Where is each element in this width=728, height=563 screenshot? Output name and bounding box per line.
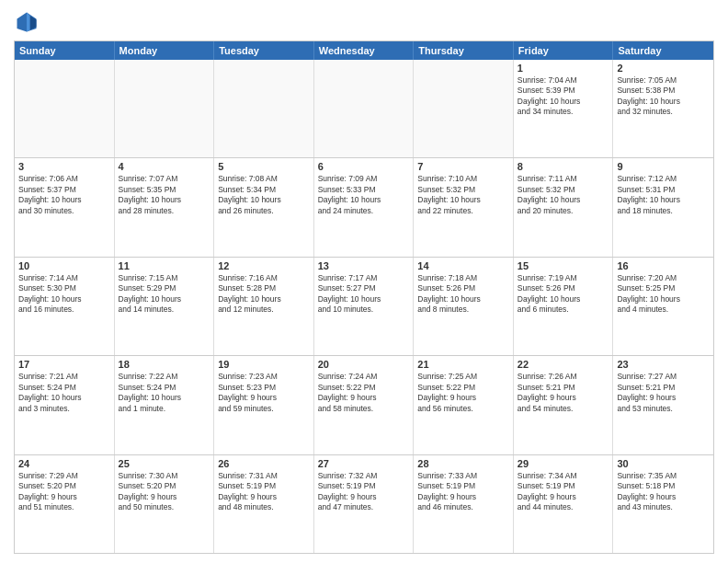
day-number: 25 <box>119 458 210 469</box>
day-number: 13 <box>318 260 410 271</box>
day-number: 10 <box>18 260 110 271</box>
day-info: Sunrise: 7:12 AM Sunset: 5:31 PM Dayligh… <box>617 174 710 216</box>
day-number: 14 <box>417 260 509 271</box>
weekday-header-monday: Monday <box>115 41 215 60</box>
day-number: 29 <box>518 458 609 469</box>
day-number: 22 <box>518 359 609 370</box>
day-info: Sunrise: 7:31 AM Sunset: 5:19 PM Dayligh… <box>218 471 310 513</box>
day-info: Sunrise: 7:35 AM Sunset: 5:18 PM Dayligh… <box>617 471 710 513</box>
calendar-header: SundayMondayTuesdayWednesdayThursdayFrid… <box>15 41 713 60</box>
day-info: Sunrise: 7:18 AM Sunset: 5:26 PM Dayligh… <box>417 273 509 316</box>
day-cell-10: 10Sunrise: 7:14 AM Sunset: 5:30 PM Dayli… <box>15 258 115 355</box>
day-number: 9 <box>617 161 710 172</box>
day-cell-27: 27Sunrise: 7:32 AM Sunset: 5:19 PM Dayli… <box>314 455 415 553</box>
day-cell-24: 24Sunrise: 7:29 AM Sunset: 5:20 PM Dayli… <box>15 455 115 553</box>
day-cell-16: 16Sunrise: 7:20 AM Sunset: 5:25 PM Dayli… <box>613 258 713 355</box>
day-info: Sunrise: 7:16 AM Sunset: 5:28 PM Dayligh… <box>218 273 310 316</box>
day-cell-11: 11Sunrise: 7:15 AM Sunset: 5:29 PM Dayli… <box>115 258 215 355</box>
day-number: 24 <box>18 458 110 469</box>
day-info: Sunrise: 7:29 AM Sunset: 5:20 PM Dayligh… <box>18 471 110 513</box>
day-cell-29: 29Sunrise: 7:34 AM Sunset: 5:19 PM Dayli… <box>514 455 614 553</box>
day-number: 7 <box>417 161 509 172</box>
day-info: Sunrise: 7:04 AM Sunset: 5:39 PM Dayligh… <box>518 75 609 118</box>
week-row-2: 3Sunrise: 7:06 AM Sunset: 5:37 PM Daylig… <box>15 158 713 257</box>
calendar-body: 1Sunrise: 7:04 AM Sunset: 5:39 PM Daylig… <box>15 60 713 553</box>
day-cell-12: 12Sunrise: 7:16 AM Sunset: 5:28 PM Dayli… <box>214 258 314 355</box>
weekday-header-wednesday: Wednesday <box>314 41 415 60</box>
empty-cell <box>115 60 215 157</box>
day-info: Sunrise: 7:26 AM Sunset: 5:21 PM Dayligh… <box>518 372 609 414</box>
day-cell-18: 18Sunrise: 7:22 AM Sunset: 5:24 PM Dayli… <box>115 356 215 454</box>
day-cell-14: 14Sunrise: 7:18 AM Sunset: 5:26 PM Dayli… <box>414 258 514 355</box>
empty-cell <box>214 60 314 157</box>
weekday-header-tuesday: Tuesday <box>214 41 314 60</box>
day-number: 23 <box>617 359 710 370</box>
svg-marker-2 <box>27 13 30 32</box>
day-number: 16 <box>617 260 710 271</box>
day-info: Sunrise: 7:08 AM Sunset: 5:34 PM Dayligh… <box>218 174 310 216</box>
day-number: 15 <box>518 260 609 271</box>
week-row-5: 24Sunrise: 7:29 AM Sunset: 5:20 PM Dayli… <box>15 455 713 553</box>
logo-icon <box>14 9 40 35</box>
day-info: Sunrise: 7:33 AM Sunset: 5:19 PM Dayligh… <box>417 471 509 513</box>
weekday-header-thursday: Thursday <box>414 41 514 60</box>
day-number: 4 <box>119 161 210 172</box>
day-info: Sunrise: 7:10 AM Sunset: 5:32 PM Dayligh… <box>417 174 509 216</box>
day-number: 18 <box>119 359 210 370</box>
empty-cell <box>15 60 115 157</box>
day-number: 27 <box>318 458 410 469</box>
day-cell-13: 13Sunrise: 7:17 AM Sunset: 5:27 PM Dayli… <box>314 258 415 355</box>
week-row-4: 17Sunrise: 7:21 AM Sunset: 5:24 PM Dayli… <box>15 356 713 454</box>
day-info: Sunrise: 7:06 AM Sunset: 5:37 PM Dayligh… <box>18 174 110 216</box>
day-number: 3 <box>18 161 110 172</box>
day-number: 1 <box>518 63 609 74</box>
calendar: SundayMondayTuesdayWednesdayThursdayFrid… <box>14 40 714 554</box>
day-cell-8: 8Sunrise: 7:11 AM Sunset: 5:32 PM Daylig… <box>514 158 614 256</box>
day-info: Sunrise: 7:21 AM Sunset: 5:24 PM Dayligh… <box>18 372 110 414</box>
day-cell-20: 20Sunrise: 7:24 AM Sunset: 5:22 PM Dayli… <box>314 356 415 454</box>
day-info: Sunrise: 7:07 AM Sunset: 5:35 PM Dayligh… <box>119 174 210 216</box>
day-cell-2: 2Sunrise: 7:05 AM Sunset: 5:38 PM Daylig… <box>613 60 713 157</box>
day-info: Sunrise: 7:11 AM Sunset: 5:32 PM Dayligh… <box>518 174 609 216</box>
day-cell-17: 17Sunrise: 7:21 AM Sunset: 5:24 PM Dayli… <box>15 356 115 454</box>
weekday-header-friday: Friday <box>514 41 614 60</box>
day-cell-26: 26Sunrise: 7:31 AM Sunset: 5:19 PM Dayli… <box>214 455 314 553</box>
day-number: 11 <box>119 260 210 271</box>
week-row-1: 1Sunrise: 7:04 AM Sunset: 5:39 PM Daylig… <box>15 60 713 158</box>
day-cell-1: 1Sunrise: 7:04 AM Sunset: 5:39 PM Daylig… <box>514 60 614 157</box>
day-number: 26 <box>218 458 310 469</box>
page: SundayMondayTuesdayWednesdayThursdayFrid… <box>0 0 728 563</box>
day-info: Sunrise: 7:14 AM Sunset: 5:30 PM Dayligh… <box>18 273 110 316</box>
day-cell-9: 9Sunrise: 7:12 AM Sunset: 5:31 PM Daylig… <box>613 158 713 256</box>
day-number: 2 <box>617 63 710 74</box>
day-cell-3: 3Sunrise: 7:06 AM Sunset: 5:37 PM Daylig… <box>15 158 115 256</box>
day-info: Sunrise: 7:27 AM Sunset: 5:21 PM Dayligh… <box>617 372 710 414</box>
empty-cell <box>414 60 514 157</box>
day-number: 12 <box>218 260 310 271</box>
day-info: Sunrise: 7:32 AM Sunset: 5:19 PM Dayligh… <box>318 471 410 513</box>
day-info: Sunrise: 7:15 AM Sunset: 5:29 PM Dayligh… <box>119 273 210 316</box>
day-info: Sunrise: 7:23 AM Sunset: 5:23 PM Dayligh… <box>218 372 310 414</box>
day-cell-25: 25Sunrise: 7:30 AM Sunset: 5:20 PM Dayli… <box>115 455 215 553</box>
day-number: 5 <box>218 161 310 172</box>
day-cell-4: 4Sunrise: 7:07 AM Sunset: 5:35 PM Daylig… <box>115 158 215 256</box>
day-cell-19: 19Sunrise: 7:23 AM Sunset: 5:23 PM Dayli… <box>214 356 314 454</box>
day-cell-7: 7Sunrise: 7:10 AM Sunset: 5:32 PM Daylig… <box>414 158 514 256</box>
weekday-header-sunday: Sunday <box>15 41 115 60</box>
day-number: 20 <box>318 359 410 370</box>
day-info: Sunrise: 7:30 AM Sunset: 5:20 PM Dayligh… <box>119 471 210 513</box>
day-info: Sunrise: 7:34 AM Sunset: 5:19 PM Dayligh… <box>518 471 609 513</box>
day-cell-21: 21Sunrise: 7:25 AM Sunset: 5:22 PM Dayli… <box>414 356 514 454</box>
day-info: Sunrise: 7:05 AM Sunset: 5:38 PM Dayligh… <box>617 75 710 118</box>
day-cell-30: 30Sunrise: 7:35 AM Sunset: 5:18 PM Dayli… <box>613 455 713 553</box>
day-cell-23: 23Sunrise: 7:27 AM Sunset: 5:21 PM Dayli… <box>613 356 713 454</box>
day-number: 6 <box>318 161 410 172</box>
day-info: Sunrise: 7:09 AM Sunset: 5:33 PM Dayligh… <box>318 174 410 216</box>
day-info: Sunrise: 7:25 AM Sunset: 5:22 PM Dayligh… <box>417 372 509 414</box>
day-info: Sunrise: 7:20 AM Sunset: 5:25 PM Dayligh… <box>617 273 710 316</box>
header <box>14 9 714 35</box>
week-row-3: 10Sunrise: 7:14 AM Sunset: 5:30 PM Dayli… <box>15 258 713 356</box>
day-number: 30 <box>617 458 710 469</box>
day-info: Sunrise: 7:24 AM Sunset: 5:22 PM Dayligh… <box>318 372 410 414</box>
day-cell-6: 6Sunrise: 7:09 AM Sunset: 5:33 PM Daylig… <box>314 158 415 256</box>
